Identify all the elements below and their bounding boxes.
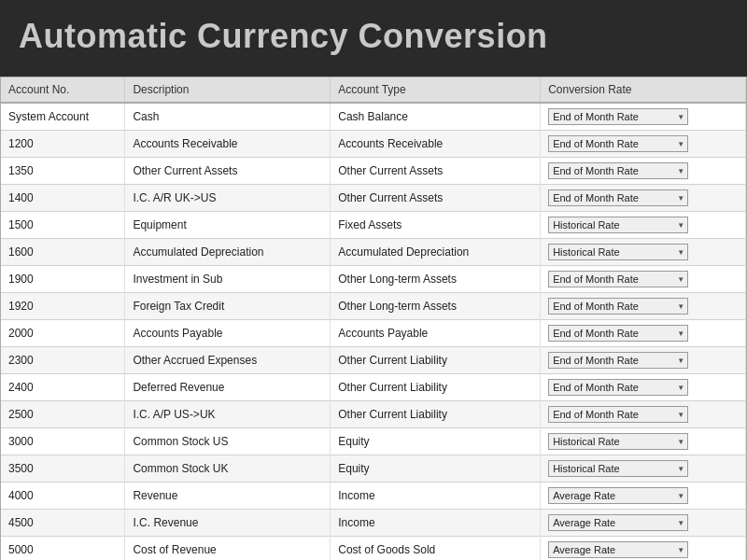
cell-description: Other Current Assets [125,158,331,185]
cell-description: Foreign Tax Credit [125,293,331,320]
cell-account-no: 2300 [1,347,125,374]
rate-select-wrapper: End of Month RateHistorical RateAverage … [548,244,688,260]
cell-description: Common Stock UK [125,455,331,483]
cell-description: Equipment [125,212,331,239]
cell-conversion-rate: End of Month RateHistorical RateAverage … [541,428,746,455]
rate-select[interactable]: End of Month RateHistorical RateAverage … [548,352,688,369]
rate-select-wrapper: End of Month RateHistorical RateAverage … [548,541,688,558]
rate-select-wrapper: End of Month RateHistorical RateAverage … [548,379,688,396]
rate-select-wrapper: End of Month RateHistorical RateAverage … [548,406,688,423]
cell-description: I.C. A/R UK->US [125,185,331,212]
table-row: 3000Common Stock USEquityEnd of Month Ra… [1,428,746,455]
cell-description: Accumulated Depreciation [125,239,331,266]
rate-select-wrapper: End of Month RateHistorical RateAverage … [548,271,688,287]
rate-select[interactable]: End of Month RateHistorical RateAverage … [548,162,688,179]
rate-select[interactable]: End of Month RateHistorical RateAverage … [548,406,688,423]
col-header-description: Description [125,77,331,103]
cell-account-type: Income [331,510,541,537]
rate-select[interactable]: End of Month RateHistorical RateAverage … [548,189,688,206]
rate-select[interactable]: End of Month RateHistorical RateAverage … [548,379,688,396]
cell-description: Deferred Revenue [125,374,331,401]
cell-description: Common Stock US [125,428,331,455]
col-header-account-no: Account No. [1,77,125,103]
table-row: 4500I.C. RevenueIncomeEnd of Month RateH… [1,510,746,537]
rate-select[interactable]: End of Month RateHistorical RateAverage … [548,298,688,315]
table-row: 1900Investment in SubOther Long-term Ass… [1,266,746,293]
rate-select[interactable]: End of Month RateHistorical RateAverage … [548,460,688,477]
cell-account-no: 2400 [1,374,125,401]
rate-select[interactable]: End of Month RateHistorical RateAverage … [548,135,688,152]
table-row: 4000RevenueIncomeEnd of Month RateHistor… [1,483,746,510]
cell-account-type: Accumulated Depreciation [331,239,541,266]
rate-select-wrapper: End of Month RateHistorical RateAverage … [548,108,688,125]
table-header-row: Account No. Description Account Type Con… [1,77,746,103]
cell-account-no: 4500 [1,510,125,537]
rate-select[interactable]: End of Month RateHistorical RateAverage … [548,433,688,450]
cell-account-no: 1400 [1,185,125,212]
cell-account-type: Other Current Assets [331,158,541,185]
rate-select-wrapper: End of Month RateHistorical RateAverage … [548,487,688,504]
cell-account-type: Cash Balance [331,103,541,131]
rate-select[interactable]: End of Month RateHistorical RateAverage … [548,271,688,287]
cell-account-no: 1900 [1,266,125,293]
cell-account-no: 3500 [1,455,125,483]
table-row: System AccountCashCash BalanceEnd of Mon… [1,103,746,131]
rate-select[interactable]: End of Month RateHistorical RateAverage … [548,325,688,342]
rate-select[interactable]: End of Month RateHistorical RateAverage … [548,514,688,531]
rate-select-wrapper: End of Month RateHistorical RateAverage … [548,514,688,531]
rate-select-wrapper: End of Month RateHistorical RateAverage … [548,325,688,342]
cell-account-type: Other Current Liability [331,401,541,428]
table-row: 2300Other Accrued ExpensesOther Current … [1,347,746,374]
col-header-conversion-rate: Conversion Rate [541,77,746,103]
cell-account-type: Accounts Payable [331,320,541,347]
rate-select-wrapper: End of Month RateHistorical RateAverage … [548,298,688,315]
cell-conversion-rate: End of Month RateHistorical RateAverage … [541,537,746,561]
rate-select-wrapper: End of Month RateHistorical RateAverage … [548,189,688,206]
table-row: 1920Foreign Tax CreditOther Long-term As… [1,293,746,320]
cell-description: I.C. Revenue [125,510,331,537]
page-title: Automatic Currency Conversion [0,0,747,77]
cell-account-type: Other Current Liability [331,374,541,401]
table-row: 5000Cost of RevenueCost of Goods SoldEnd… [1,537,746,561]
col-header-account-type: Account Type [331,77,541,103]
cell-account-no: 2000 [1,320,125,347]
cell-account-no: 1500 [1,212,125,239]
table-row: 1600Accumulated DepreciationAccumulated … [1,239,746,266]
cell-account-type: Other Current Assets [331,185,541,212]
cell-account-no: 5000 [1,537,125,561]
rate-select[interactable]: End of Month RateHistorical RateAverage … [548,217,688,233]
rate-select-wrapper: End of Month RateHistorical RateAverage … [548,162,688,179]
cell-account-no: 4000 [1,483,125,510]
accounts-table: Account No. Description Account Type Con… [1,77,746,560]
cell-account-no: System Account [1,103,125,131]
cell-conversion-rate: End of Month RateHistorical RateAverage … [541,455,746,483]
rate-select[interactable]: End of Month RateHistorical RateAverage … [548,487,688,504]
table-row: 1500EquipmentFixed AssetsEnd of Month Ra… [1,212,746,239]
cell-account-type: Income [331,483,541,510]
rate-select[interactable]: End of Month RateHistorical RateAverage … [548,541,688,558]
table-row: 1400I.C. A/R UK->USOther Current AssetsE… [1,185,746,212]
cell-account-type: Other Long-term Assets [331,266,541,293]
cell-account-type: Equity [331,428,541,455]
cell-account-type: Other Long-term Assets [331,293,541,320]
table-row: 2400Deferred RevenueOther Current Liabil… [1,374,746,401]
rate-select-wrapper: End of Month RateHistorical RateAverage … [548,460,688,477]
cell-description: Cost of Revenue [125,537,331,561]
cell-account-no: 2500 [1,401,125,428]
rate-select-wrapper: End of Month RateHistorical RateAverage … [548,433,688,450]
cell-description: Investment in Sub [125,266,331,293]
cell-description: Revenue [125,483,331,510]
cell-account-no: 1600 [1,239,125,266]
rate-select[interactable]: End of Month RateHistorical RateAverage … [548,108,688,125]
cell-account-no: 1350 [1,158,125,185]
cell-account-type: Equity [331,455,541,483]
cell-account-type: Other Current Liability [331,347,541,374]
rate-select[interactable]: End of Month RateHistorical RateAverage … [548,244,688,260]
cell-account-no: 3000 [1,428,125,455]
table-row: 3500Common Stock UKEquityEnd of Month Ra… [1,455,746,483]
rate-select-wrapper: End of Month RateHistorical RateAverage … [548,217,688,233]
cell-description: Other Accrued Expenses [125,347,331,374]
table-row: 1200Accounts ReceivableAccounts Receivab… [1,131,746,158]
cell-account-no: 1920 [1,293,125,320]
main-table-container: Account No. Description Account Type Con… [0,77,747,560]
